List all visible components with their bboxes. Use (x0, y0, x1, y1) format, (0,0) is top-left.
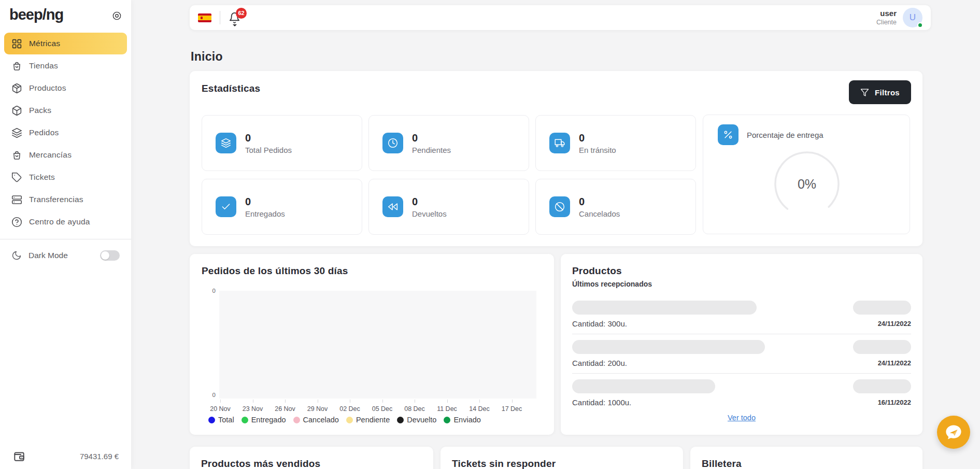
x-axis-tick-mark (415, 400, 415, 403)
products-list: Cantidad: 300u. 24/11/2022 Cantidad: 200… (572, 301, 911, 407)
sidebar-item-metricas[interactable]: Métricas (4, 33, 127, 54)
stat-label: Pendientes (412, 146, 451, 154)
sidebar-item-transferencias[interactable]: Transferencias (4, 189, 127, 210)
sidebar-item-productos[interactable]: Productos (4, 77, 127, 99)
x-axis-tick-mark (512, 400, 513, 403)
x-axis-tick-mark (220, 400, 221, 403)
tag-icon (11, 172, 22, 183)
delivery-percentage-value: 0% (772, 149, 842, 219)
notifications-button[interactable]: 62 (229, 12, 240, 24)
legend-item-entregado[interactable]: Entregado (242, 416, 286, 424)
dark-mode-label: Dark Mode (29, 251, 68, 260)
stat-label: En tránsito (579, 146, 616, 154)
stat-value: 0 (412, 195, 447, 208)
ban-icon (549, 196, 570, 217)
sidebar-item-label: Centro de ayuda (29, 217, 90, 226)
filters-button[interactable]: Filtros (849, 80, 911, 104)
user-info: user Cliente (876, 9, 897, 26)
sidebar-item-label: Tiendas (29, 61, 58, 70)
product-date: 24/11/2022 (878, 320, 911, 328)
product-quantity: Cantidad: 200u. (572, 359, 627, 367)
y-axis-tick: 0 (204, 392, 216, 398)
wallet-icon (12, 449, 26, 463)
stat-tile-cancelados: 0 Cancelados (535, 179, 696, 235)
moon-icon (11, 250, 22, 261)
box-icon (11, 105, 22, 116)
orders-chart-card: Pedidos de los últimos 30 días 0 0 20 No… (190, 254, 554, 435)
legend-item-pendiente[interactable]: Pendiente (346, 416, 390, 424)
sidebar-item-label: Transferencias (29, 195, 83, 204)
wallet-card: Billetera (690, 447, 922, 469)
see-all-link[interactable]: Ver todo (728, 414, 756, 422)
sidebar-item-tiendas[interactable]: Tiendas (4, 55, 127, 77)
x-axis-label: 11 Dec (431, 405, 463, 413)
product-date: 16/11/2022 (878, 399, 911, 406)
sidebar: beep/ng Métricas Tiendas Productos (0, 0, 131, 469)
legend-dot (293, 417, 300, 423)
chat-fab-button[interactable] (937, 416, 970, 449)
sidebar-item-mercancias[interactable]: Mercancías (4, 144, 127, 166)
shopping-bag-icon (11, 61, 22, 72)
x-axis-tick-mark (447, 400, 448, 403)
funnel-icon (860, 88, 869, 97)
wallet-card-title: Billetera (702, 458, 911, 469)
stat-tile-devueltos: 0 Devueltos (368, 179, 529, 235)
x-axis-label: 20 Nov (204, 405, 236, 413)
user-role: Cliente (876, 19, 897, 27)
list-item: Cantidad: 200u. 24/11/2022 (572, 340, 911, 367)
rewind-icon (382, 196, 403, 217)
legend-label: Enviado (453, 416, 480, 424)
sidebar-item-tickets[interactable]: Tickets (4, 166, 127, 188)
avatar-initial: U (910, 12, 916, 23)
x-axis-label: 17 Dec (496, 405, 528, 413)
product-name-placeholder (572, 301, 757, 315)
sidebar-item-pedidos[interactable]: Pedidos (4, 122, 127, 144)
product-meta-placeholder (853, 379, 911, 393)
y-axis-tick: 0 (204, 288, 216, 294)
dark-mode-toggle[interactable] (100, 250, 120, 261)
product-name-placeholder (572, 379, 715, 393)
online-status-dot (917, 22, 923, 28)
delivery-percentage-label: Porcentaje de entrega (747, 131, 823, 139)
legend-item-devuelto[interactable]: Devuelto (397, 416, 436, 424)
chart-plot-area (219, 291, 536, 399)
sidebar-item-label: Packs (29, 106, 51, 115)
stat-value: 0 (245, 195, 285, 208)
stat-tile-total-pedidos: 0 Total Pedidos (202, 115, 362, 171)
x-axis-label: 02 Dec (334, 405, 366, 413)
package-icon (11, 83, 22, 94)
language-selector-flag-es[interactable] (198, 13, 211, 22)
wallet-balance: 79431.69 € (80, 452, 119, 461)
x-axis-label: 23 Nov (237, 405, 269, 413)
check-icon (216, 196, 236, 217)
toggle-knob (101, 251, 109, 260)
x-axis-label: 29 Nov (302, 405, 334, 413)
avatar[interactable]: U (903, 8, 922, 27)
sidebar-item-label: Tickets (29, 173, 55, 182)
chart-title: Pedidos de los últimos 30 días (202, 265, 348, 277)
products-title: Productos (572, 265, 911, 277)
layers-icon (216, 133, 236, 153)
legend-item-cancelado[interactable]: Cancelado (293, 416, 339, 424)
legend-item-total[interactable]: Total (208, 416, 234, 424)
legend-item-enviado[interactable]: Enviado (444, 416, 480, 424)
circle-dot-icon (112, 11, 122, 21)
legend-label: Entregado (251, 416, 286, 424)
topbar-divider (220, 11, 220, 24)
x-axis-tick-mark (479, 400, 480, 403)
list-divider (572, 373, 911, 374)
sidebar-collapse-button[interactable] (112, 11, 122, 21)
x-axis-tick-mark (285, 400, 286, 403)
sidebar-item-packs[interactable]: Packs (4, 100, 127, 121)
x-axis-tick-mark (382, 400, 383, 403)
grid-icon (11, 38, 22, 49)
wallet-summary[interactable]: 79431.69 € (0, 449, 131, 463)
stat-label: Cancelados (579, 209, 620, 218)
legend-label: Total (218, 416, 234, 424)
sidebar-item-centro-de-ayuda[interactable]: Centro de ayuda (4, 211, 127, 233)
product-date: 24/11/2022 (878, 359, 911, 367)
filters-button-label: Filtros (875, 88, 900, 97)
x-axis-label: 05 Dec (366, 405, 399, 413)
product-quantity: Cantidad: 300u. (572, 319, 627, 328)
legend-dot (242, 417, 248, 423)
